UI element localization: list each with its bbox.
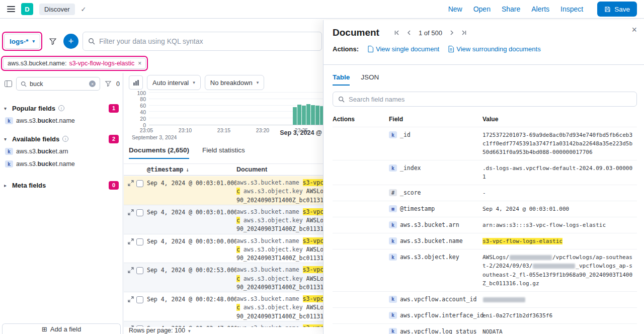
tab-table[interactable]: Table [333, 73, 350, 86]
interval-select[interactable]: Auto interval ▾ [147, 75, 201, 90]
saved-query-filter-icon[interactable] [46, 35, 59, 48]
table-row[interactable]: Sep 4, 2024 @ 00:02:53.000aws.s3.bucket.… [124, 263, 323, 292]
search-icon [88, 38, 95, 45]
row-timestamp: Sep 4, 2024 @ 00:02:48.000 [147, 295, 236, 321]
close-icon[interactable]: × [631, 25, 637, 34]
breakdown-select[interactable]: No breakdown ▾ [205, 75, 264, 90]
field-search-input[interactable] [30, 80, 86, 88]
column-header-document[interactable]: Document [236, 166, 323, 173]
section-popular-fields[interactable]: ▾ Popular fields i 1 [4, 102, 119, 114]
column-header-timestamp[interactable]: @timestamp↓ [147, 166, 236, 173]
field-value: .ds-logs-aws.vpcflow-default-2024.09.03-… [482, 164, 637, 181]
field-name-search[interactable] [333, 92, 637, 107]
add-field-button[interactable]: ⊞ Add a field [2, 323, 121, 334]
rows-per-page[interactable]: Rows per page: 100 ▾ [124, 327, 323, 334]
table-row[interactable]: Sep 4, 2024 @ 00:03:01.000aws.s3.bucket.… [124, 176, 323, 205]
row-checkbox[interactable] [136, 180, 143, 187]
tab-json[interactable]: JSON [361, 73, 379, 86]
table-row[interactable]: Sep 4, 2024 @ 00:03:01.000aws.s3.bucket.… [124, 205, 323, 234]
first-page-icon[interactable] [393, 29, 400, 36]
nav-inspect[interactable]: Inspect [560, 5, 583, 13]
nav-new[interactable]: New [448, 5, 462, 13]
histogram-bar[interactable] [315, 106, 319, 125]
doc-pagination: 1 of 500 [393, 29, 467, 37]
keyword-field-icon: k [389, 221, 397, 228]
save-button[interactable]: Save [597, 2, 637, 17]
breadcrumb[interactable]: Discover [39, 4, 75, 15]
y-tick-label: 80 [126, 97, 146, 102]
view-surrounding-documents-link[interactable]: View surrounding documents [448, 45, 540, 53]
row-checkbox[interactable] [136, 209, 143, 216]
filter-bar: aws.s3.bucket.name: s3-vpc-flow-logs-ela… [1, 56, 148, 71]
histogram-bar[interactable] [311, 105, 315, 125]
keyword-field-icon: k [389, 237, 397, 244]
histogram-bar[interactable] [302, 106, 306, 125]
app-logo[interactable]: D [21, 3, 33, 15]
kql-search-bar[interactable] [83, 32, 322, 51]
clear-search-icon[interactable]: × [89, 80, 96, 87]
row-checkbox[interactable] [136, 267, 143, 274]
chevron-down-icon: ▾ [4, 106, 9, 111]
expand-row-icon[interactable] [128, 209, 134, 215]
field-name: aws.s3.bucket.name [400, 237, 463, 244]
chart-y-axis: 020406080100 [126, 93, 146, 125]
nav-alerts[interactable]: Alerts [531, 5, 549, 13]
row-timestamp: Sep 4, 2024 @ 00:03:00.000 [147, 237, 236, 263]
histogram-bar[interactable] [297, 105, 301, 125]
last-page-icon[interactable] [460, 29, 467, 36]
data-view-selector[interactable]: logs-* ▾ [4, 34, 40, 49]
kql-input[interactable] [99, 37, 316, 45]
previous-page-icon[interactable] [406, 29, 413, 36]
gridline [149, 92, 323, 93]
expand-row-icon[interactable] [128, 180, 134, 186]
row-controls [124, 266, 147, 292]
field-name-search-input[interactable] [349, 96, 631, 103]
nav-share[interactable]: Share [502, 5, 520, 13]
keyword-field-icon: k [389, 328, 397, 334]
expand-row-icon[interactable] [128, 267, 134, 273]
filter-pill[interactable]: aws.s3.bucket.name: s3-vpc-flow-logs-ela… [3, 58, 146, 69]
doc-table-header: @timestamp↓ Document [124, 163, 323, 176]
row-timestamp: Sep 4, 2024 @ 00:03:01.000 [147, 208, 236, 234]
field-list: ▾ Popular fields i 1 kaws.s3.bucket.name… [4, 96, 119, 322]
nav-open[interactable]: Open [473, 5, 491, 13]
row-controls [124, 179, 147, 205]
tab-documents[interactable]: Documents (2,650) [129, 146, 189, 159]
histogram-bar[interactable] [293, 107, 297, 125]
remove-filter-icon[interactable]: × [138, 60, 141, 67]
sidebar-field-item[interactable]: kaws.s3.bucket.name [4, 114, 119, 127]
histogram-bar[interactable] [306, 104, 310, 125]
tab-field-statistics[interactable]: Field statistics [202, 146, 245, 159]
field-name: _index [400, 164, 421, 172]
table-row[interactable]: Sep 4, 2024 @ 00:03:00.000aws.s3.bucket.… [124, 234, 323, 264]
section-available-fields[interactable]: ▾ Available fields i 2 [4, 133, 119, 145]
field-name: aws.s3.bucket.name [16, 117, 75, 124]
menu-icon[interactable] [7, 6, 15, 12]
add-filter-button[interactable]: + [63, 34, 78, 49]
sidebar-field-item[interactable]: kaws.s3.bucket.arn [4, 145, 119, 157]
row-checkbox[interactable] [136, 238, 143, 245]
field-search-row: × 0 [3, 77, 120, 91]
sidebar-field-item[interactable]: kaws.s3.bucket.name [4, 157, 119, 170]
table-row: kaws.vpcflow.account_id [333, 291, 637, 307]
chart-options-icon[interactable] [129, 75, 143, 90]
collapse-sidebar-icon[interactable] [3, 79, 13, 89]
row-checkbox[interactable] [136, 296, 143, 303]
expand-row-icon[interactable] [128, 238, 134, 244]
expand-row-icon[interactable] [128, 296, 134, 302]
flyout-table-header: Actions Field Value [333, 113, 637, 127]
filter-pill-field: aws.s3.bucket.name: [8, 60, 66, 67]
flyout-rows: k_id1725372201073-69a9de8ac0b7d934e740fb… [333, 127, 637, 334]
next-page-icon[interactable] [448, 29, 455, 36]
section-meta-fields[interactable]: ▸ Meta fields 0 [4, 179, 119, 191]
field-value: arn:aws:s3:::s3-vpc-flow-logs-elastic [482, 221, 637, 229]
table-row[interactable]: Sep 4, 2024 @ 00:02:48.000aws.s3.bucket.… [124, 292, 323, 321]
keyword-field-icon: k [5, 160, 13, 168]
result-tabs: Documents (2,650) Field statistics [129, 146, 245, 159]
sort-desc-icon[interactable]: ↓ [186, 166, 189, 173]
view-single-document-link[interactable]: View single document [368, 45, 439, 53]
x-tick-label: 23:05 [140, 127, 153, 133]
field-search-box[interactable]: × [16, 77, 100, 91]
row-document: aws.s3.bucket.name s3-vpc-flow-logs-elas… [236, 179, 323, 205]
field-filter-icon[interactable] [103, 79, 113, 89]
